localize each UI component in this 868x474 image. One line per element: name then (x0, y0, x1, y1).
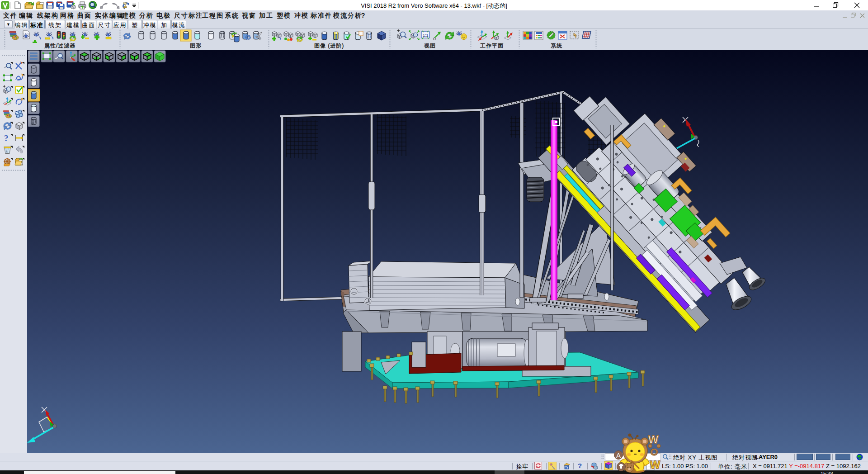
svg-text:W: W (650, 459, 660, 471)
svg-text:A: A (616, 451, 621, 459)
svg-text:O: O (650, 446, 658, 458)
svg-text:1:1: 1:1 (423, 33, 429, 38)
svg-text:?: ? (4, 133, 9, 143)
svg-text:W: W (648, 433, 659, 446)
